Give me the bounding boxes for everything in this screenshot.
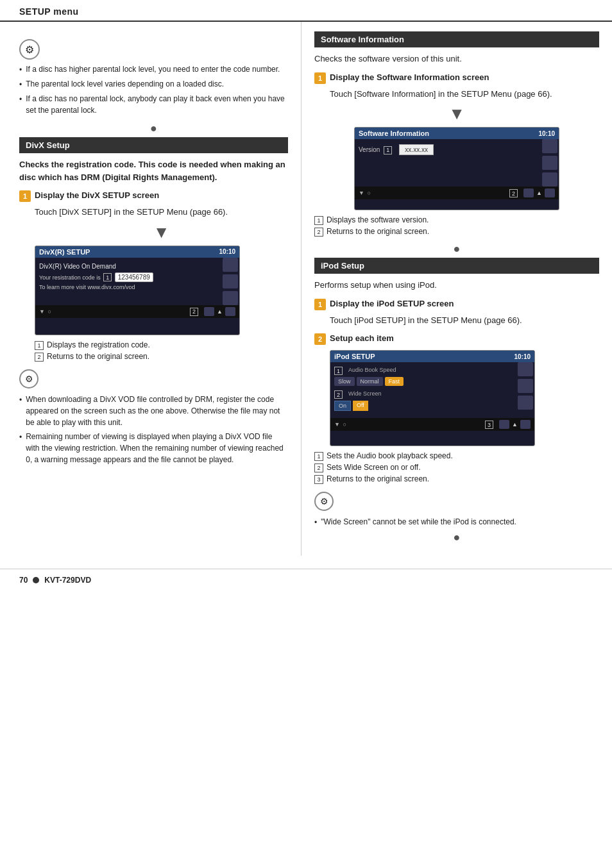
software-step1-title: Display the Software Information screen <box>330 72 489 83</box>
divx-screen-footer: ▼ ○ 2 ▲ <box>35 305 239 318</box>
left-column: ⚙ If a disc has higher parental lock lev… <box>0 22 302 556</box>
divx-setup-section: DivX Setup Checks the registration code.… <box>19 137 288 465</box>
footer-circle <box>33 577 39 583</box>
software-screen-body: Version 1 xx.xx.xx <box>355 139 559 187</box>
toggle-on[interactable]: On <box>334 401 351 411</box>
divx-footer-right: 2 ▲ <box>190 307 235 316</box>
ipod-wide-toggle: On Off <box>334 401 510 411</box>
sw-ann-num-1: 1 <box>314 216 323 225</box>
ipod-row1-header: 1 Audio Book Speed <box>334 366 510 375</box>
ipod-footer-right: 3 ▲ <box>485 420 531 429</box>
divx-ann-num-1: 1 <box>35 341 44 350</box>
divx-line3: To learn more visit www.divx.com/vod <box>39 284 215 290</box>
software-step1-body: Touch [Software Information] in the SETU… <box>330 88 599 101</box>
ipod-step1-header: 1 Display the iPod SETUP screen <box>314 298 599 310</box>
divx-note-2: Remaining number of viewing is displayed… <box>19 431 288 465</box>
page-number: 70 <box>19 576 28 585</box>
top-callout-box: ⚙ If a disc has higher parental lock lev… <box>19 38 288 116</box>
ipod-footer-icon2 <box>520 420 531 429</box>
divx-footer-icon2 <box>225 307 235 316</box>
ipod-ann-num-2: 2 <box>314 463 323 472</box>
divx-line1: DivX(R) Video On Demand <box>39 263 215 270</box>
software-screen-sidebar <box>538 139 559 187</box>
gear-icon-divx: ⚙ <box>19 369 38 388</box>
ipod-row1-label: Audio Book Speed <box>348 367 396 373</box>
divx-step1-title: Display the DivX SETUP screen <box>35 190 159 201</box>
ipod-row2-header: 2 Wide Screen <box>334 390 510 399</box>
divx-callout2-items: When downloading a DivX VOD file control… <box>19 394 288 465</box>
ipod-screen-title: iPod SETUP <box>334 353 375 360</box>
software-section: Software Information Checks the software… <box>314 31 599 255</box>
divx-code: 123456789 <box>115 272 153 282</box>
gear-icon-ipod: ⚙ <box>314 492 334 511</box>
bullet-sep-1: ● <box>19 122 288 134</box>
ipod-step1-title: Display the iPod SETUP screen <box>330 298 454 310</box>
divx-ann-1: 1 Displays the registration code. <box>35 340 288 350</box>
ipod-screen-body: 1 Audio Book Speed Slow Normal Fast <box>330 362 534 418</box>
ipod-step1-body: Touch [iPod SETUP] in the SETUP Menu (pa… <box>330 314 599 327</box>
page-header: SETUP menu <box>0 0 612 22</box>
toggle-off[interactable]: Off <box>353 401 368 411</box>
divx-step1-number: 1 <box>19 190 31 202</box>
header-title: SETUP menu <box>19 6 79 17</box>
model-name: KVT-729DVD <box>44 576 91 585</box>
ipod-footer-icon1 <box>499 420 509 429</box>
ipod-annotations: 1 Sets the Audio book playback speed. 2 … <box>314 451 599 484</box>
divx-callout2: ⚙ <box>19 368 288 388</box>
sw-sidebar-icon-2 <box>542 156 557 170</box>
ipod-screen-content: 1 Audio Book Speed Slow Normal Fast <box>330 362 514 418</box>
ipod-row2-badge: 2 <box>334 390 343 399</box>
sw-sidebar-icon-1 <box>542 139 557 153</box>
ipod-ann-num-1: 1 <box>314 452 323 461</box>
btn-normal[interactable]: Normal <box>357 377 383 386</box>
software-step1-number: 1 <box>314 72 326 84</box>
divx-footer-icon1 <box>204 307 214 316</box>
divx-line2: Your resistration code is 1 123456789 <box>39 272 215 282</box>
page-footer: 70 KVT-729DVD <box>0 569 612 591</box>
ipod-mockup-titlebar: iPod SETUP 10:10 <box>330 351 534 362</box>
ipod-screen-time: 10:10 <box>514 353 531 360</box>
software-section-header: Software Information <box>314 31 599 47</box>
ipod-intro: Performs setup when using iPod. <box>314 279 599 292</box>
software-screen-footer: ▼ ○ 2 ▲ <box>355 187 559 199</box>
ipod-callout-note: "Wide Screen" cannot be set while the iP… <box>314 516 599 528</box>
ipod-section-header: iPod Setup <box>314 258 599 274</box>
ipod-ann-3: 3 Returns to the original screen. <box>314 474 599 484</box>
ipod-screen-sidebar <box>514 362 534 418</box>
divx-footer-badge: 2 <box>190 308 198 316</box>
ipod-row-2: 2 Wide Screen On Off <box>334 390 510 411</box>
ipod-row2-label: Wide Screen <box>348 390 382 397</box>
software-screen-time: 10:10 <box>538 130 555 137</box>
sw-ann-2: 2 Returns to the original screen. <box>314 227 599 237</box>
btn-fast[interactable]: Fast <box>385 377 404 386</box>
bullet-sep-ipod: ● <box>314 531 599 543</box>
ipod-ann-1: 1 Sets the Audio book playback speed. <box>314 451 599 461</box>
software-down-arrow: ▼ <box>314 105 599 122</box>
software-step1-header: 1 Display the Software Information scree… <box>314 72 599 84</box>
sw-ann-1: 1 Displays the software version. <box>314 215 599 225</box>
divx-annotations: 1 Displays the registration code. 2 Retu… <box>35 340 288 362</box>
divx-screen-sidebar <box>219 258 239 305</box>
divx-ann-2: 2 Returns to the original screen. <box>35 352 288 362</box>
divx-down-arrow: ▼ <box>35 224 288 240</box>
software-annotations: 1 Displays the software version. 2 Retur… <box>314 215 599 237</box>
ipod-footer-left: ▼ ○ <box>334 421 346 428</box>
sw-footer-icon1 <box>523 188 534 197</box>
ipod-step2-title: Setup each item <box>330 333 394 344</box>
divx-screen-title: DivX(R) SETUP <box>39 248 90 256</box>
divx-intro: Checks the registration code. This code … <box>19 158 288 183</box>
divx-badge1: 1 <box>103 273 112 281</box>
sw-footer-left: ▼ ○ <box>359 190 371 196</box>
page-container: SETUP menu ⚙ If a disc has higher parent… <box>0 0 612 868</box>
version-label: Version <box>359 146 380 153</box>
ipod-step2-number: 2 <box>314 333 326 345</box>
divx-footer-left: ▼ ○ <box>39 308 51 315</box>
right-column: Software Information Checks the software… <box>302 22 612 556</box>
btn-slow[interactable]: Slow <box>334 377 355 386</box>
ipod-speed-buttons: Slow Normal Fast <box>334 377 510 386</box>
note-item-3: If a disc has no parental lock, anybody … <box>19 93 288 116</box>
sw-footer-badge: 2 <box>509 189 518 197</box>
divx-mockup-titlebar: DivX(R) SETUP 10:10 <box>35 246 239 258</box>
sw-sidebar-icon-3 <box>542 172 557 187</box>
ipod-callout: ⚙ <box>314 490 599 511</box>
